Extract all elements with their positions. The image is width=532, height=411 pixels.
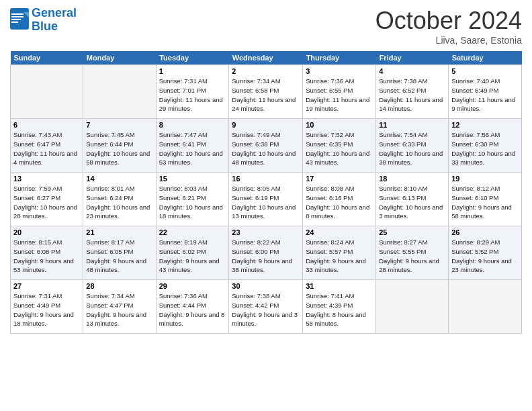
logo-text-blue: Blue bbox=[32, 19, 58, 33]
calendar-cell: 1Sunrise: 7:31 AMSunset: 7:01 PMDaylight… bbox=[156, 65, 229, 119]
day-number: 17 bbox=[306, 175, 373, 183]
day-info: Sunrise: 8:08 AMSunset: 6:16 PMDaylight:… bbox=[306, 184, 373, 221]
weekday-header: Sunday bbox=[11, 51, 83, 65]
calendar-cell: 21Sunrise: 8:17 AMSunset: 6:05 PMDayligh… bbox=[83, 226, 156, 280]
day-info: Sunrise: 8:22 AMSunset: 6:00 PMDaylight:… bbox=[232, 238, 300, 275]
svg-rect-3 bbox=[11, 16, 24, 17]
calendar-cell: 13Sunrise: 7:59 AMSunset: 6:27 PMDayligh… bbox=[11, 173, 83, 226]
calendar-cell: 8Sunrise: 7:47 AMSunset: 6:41 PMDaylight… bbox=[156, 119, 229, 173]
day-number: 11 bbox=[379, 121, 445, 129]
calendar-cell: 10Sunrise: 7:52 AMSunset: 6:35 PMDayligh… bbox=[303, 119, 376, 173]
day-number: 12 bbox=[451, 121, 519, 129]
day-number: 29 bbox=[159, 282, 226, 290]
calendar-cell: 12Sunrise: 7:56 AMSunset: 6:30 PMDayligh… bbox=[449, 119, 522, 173]
day-info: Sunrise: 7:54 AMSunset: 6:33 PMDaylight:… bbox=[379, 130, 445, 167]
day-number: 30 bbox=[232, 282, 300, 290]
day-info: Sunrise: 8:05 AMSunset: 6:19 PMDaylight:… bbox=[232, 184, 300, 221]
calendar-cell bbox=[449, 280, 522, 334]
day-number: 3 bbox=[306, 67, 373, 75]
day-number: 24 bbox=[306, 228, 373, 236]
weekday-header: Saturday bbox=[449, 51, 522, 65]
calendar-cell: 26Sunrise: 8:29 AMSunset: 5:52 PMDayligh… bbox=[449, 226, 522, 280]
day-info: Sunrise: 8:17 AMSunset: 6:05 PMDaylight:… bbox=[86, 238, 152, 275]
day-number: 21 bbox=[86, 228, 152, 236]
weekday-header: Friday bbox=[376, 51, 449, 65]
calendar-table: SundayMondayTuesdayWednesdayThursdayFrid… bbox=[10, 51, 522, 334]
day-info: Sunrise: 8:27 AMSunset: 5:55 PMDaylight:… bbox=[379, 238, 445, 275]
weekday-header: Wednesday bbox=[229, 51, 303, 65]
day-info: Sunrise: 8:03 AMSunset: 6:21 PMDaylight:… bbox=[159, 184, 226, 221]
day-info: Sunrise: 7:59 AMSunset: 6:27 PMDaylight:… bbox=[13, 184, 80, 221]
day-number: 22 bbox=[159, 228, 226, 236]
day-info: Sunrise: 7:43 AMSunset: 6:47 PMDaylight:… bbox=[13, 130, 80, 167]
calendar-cell: 9Sunrise: 7:49 AMSunset: 6:38 PMDaylight… bbox=[229, 119, 303, 173]
day-number: 27 bbox=[13, 282, 80, 290]
logo-icon bbox=[10, 8, 29, 30]
day-number: 18 bbox=[379, 175, 445, 183]
day-info: Sunrise: 8:01 AMSunset: 6:24 PMDaylight:… bbox=[86, 184, 152, 221]
day-number: 26 bbox=[451, 228, 519, 236]
day-info: Sunrise: 7:34 AMSunset: 6:58 PMDaylight:… bbox=[232, 77, 300, 113]
day-number: 5 bbox=[451, 67, 519, 75]
day-info: Sunrise: 7:56 AMSunset: 6:30 PMDaylight:… bbox=[451, 130, 519, 167]
day-number: 7 bbox=[86, 121, 152, 129]
month-title: October 2024 bbox=[375, 7, 522, 35]
weekday-header: Monday bbox=[83, 51, 156, 65]
day-info: Sunrise: 7:36 AMSunset: 6:55 PMDaylight:… bbox=[306, 77, 373, 113]
calendar-cell: 29Sunrise: 7:36 AMSunset: 4:44 PMDayligh… bbox=[156, 280, 229, 334]
calendar-cell: 11Sunrise: 7:54 AMSunset: 6:33 PMDayligh… bbox=[376, 119, 449, 173]
location: Liiva, Saare, Estonia bbox=[375, 35, 522, 46]
day-number: 28 bbox=[86, 282, 152, 290]
calendar-cell bbox=[376, 280, 449, 334]
day-info: Sunrise: 7:49 AMSunset: 6:38 PMDaylight:… bbox=[232, 130, 300, 167]
logo: General Blue bbox=[10, 7, 77, 34]
svg-rect-2 bbox=[11, 13, 24, 15]
day-number: 9 bbox=[232, 121, 300, 129]
calendar-cell bbox=[83, 65, 156, 119]
title-block: October 2024 Liiva, Saare, Estonia bbox=[375, 7, 522, 46]
day-number: 13 bbox=[13, 175, 80, 183]
calendar-cell: 31Sunrise: 7:41 AMSunset: 4:39 PMDayligh… bbox=[303, 280, 376, 334]
svg-rect-5 bbox=[11, 21, 18, 23]
calendar-cell: 25Sunrise: 8:27 AMSunset: 5:55 PMDayligh… bbox=[376, 226, 449, 280]
calendar-cell: 22Sunrise: 8:19 AMSunset: 6:02 PMDayligh… bbox=[156, 226, 229, 280]
day-number: 4 bbox=[379, 67, 445, 75]
day-info: Sunrise: 7:45 AMSunset: 6:44 PMDaylight:… bbox=[86, 130, 152, 167]
day-number: 19 bbox=[451, 175, 519, 183]
day-number: 20 bbox=[13, 228, 80, 236]
calendar-cell: 7Sunrise: 7:45 AMSunset: 6:44 PMDaylight… bbox=[83, 119, 156, 173]
calendar-cell: 3Sunrise: 7:36 AMSunset: 6:55 PMDaylight… bbox=[303, 65, 376, 119]
calendar-cell: 4Sunrise: 7:38 AMSunset: 6:52 PMDaylight… bbox=[376, 65, 449, 119]
calendar-cell: 2Sunrise: 7:34 AMSunset: 6:58 PMDaylight… bbox=[229, 65, 303, 119]
day-number: 25 bbox=[379, 228, 445, 236]
svg-rect-4 bbox=[11, 19, 21, 20]
calendar-cell: 14Sunrise: 8:01 AMSunset: 6:24 PMDayligh… bbox=[83, 173, 156, 226]
day-number: 6 bbox=[13, 121, 80, 129]
day-info: Sunrise: 8:12 AMSunset: 6:10 PMDaylight:… bbox=[451, 184, 519, 221]
calendar-cell bbox=[11, 65, 83, 119]
day-info: Sunrise: 8:19 AMSunset: 6:02 PMDaylight:… bbox=[159, 238, 226, 275]
day-info: Sunrise: 7:52 AMSunset: 6:35 PMDaylight:… bbox=[306, 130, 373, 167]
day-number: 14 bbox=[86, 175, 152, 183]
day-info: Sunrise: 7:38 AMSunset: 6:52 PMDaylight:… bbox=[379, 77, 445, 113]
day-info: Sunrise: 8:15 AMSunset: 6:08 PMDaylight:… bbox=[13, 238, 80, 275]
day-info: Sunrise: 8:10 AMSunset: 6:13 PMDaylight:… bbox=[379, 184, 445, 221]
calendar-cell: 23Sunrise: 8:22 AMSunset: 6:00 PMDayligh… bbox=[229, 226, 303, 280]
calendar-cell: 27Sunrise: 7:31 AMSunset: 4:49 PMDayligh… bbox=[11, 280, 83, 334]
calendar-cell: 24Sunrise: 8:24 AMSunset: 5:57 PMDayligh… bbox=[303, 226, 376, 280]
calendar-cell: 17Sunrise: 8:08 AMSunset: 6:16 PMDayligh… bbox=[303, 173, 376, 226]
calendar-cell: 28Sunrise: 7:34 AMSunset: 4:47 PMDayligh… bbox=[83, 280, 156, 334]
day-info: Sunrise: 8:29 AMSunset: 5:52 PMDaylight:… bbox=[451, 238, 519, 275]
logo-text-general: General bbox=[32, 6, 77, 19]
calendar-cell: 18Sunrise: 8:10 AMSunset: 6:13 PMDayligh… bbox=[376, 173, 449, 226]
day-number: 2 bbox=[232, 67, 300, 75]
day-number: 16 bbox=[232, 175, 300, 183]
day-info: Sunrise: 7:40 AMSunset: 6:49 PMDaylight:… bbox=[451, 77, 519, 113]
day-number: 1 bbox=[159, 67, 226, 75]
day-number: 15 bbox=[159, 175, 226, 183]
day-number: 8 bbox=[159, 121, 226, 129]
day-info: Sunrise: 7:34 AMSunset: 4:47 PMDaylight:… bbox=[86, 291, 152, 328]
day-info: Sunrise: 7:31 AMSunset: 7:01 PMDaylight:… bbox=[159, 77, 226, 113]
day-number: 10 bbox=[306, 121, 373, 129]
calendar-cell: 30Sunrise: 7:38 AMSunset: 4:42 PMDayligh… bbox=[229, 280, 303, 334]
